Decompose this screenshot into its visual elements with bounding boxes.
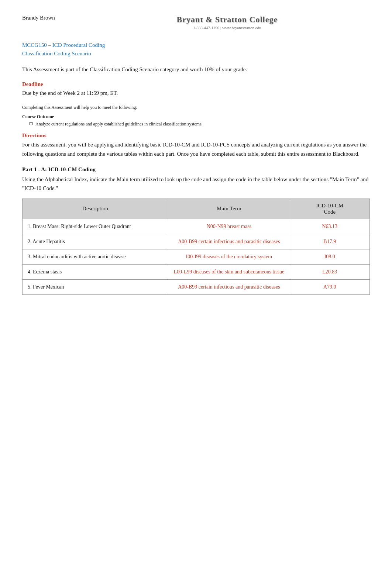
completing-text: Completing this Assessment will help you… <box>22 105 370 110</box>
cell-main-term-3: I00-I99 diseases of the circulatory syst… <box>168 249 290 264</box>
cell-icd-code-1: N63.13 <box>290 219 369 234</box>
assessment-description: This Assessment is part of the Classific… <box>22 65 370 74</box>
college-subtitle: 1-888-447-1190 | www.bryantstratton.edu <box>85 25 370 30</box>
cell-description-4: 4. Eczema stasis <box>23 264 168 279</box>
col-main-term: Main Term <box>168 199 290 219</box>
table-header-row: Description Main Term ICD-10-CMCode <box>23 199 370 219</box>
college-name: Bryant & Stratton College <box>85 15 370 24</box>
cell-icd-code-3: I08.0 <box>290 249 369 264</box>
cell-description-2: 2. Acute Hepatitis <box>23 234 168 249</box>
deadline-heading: Deadline <box>22 81 370 87</box>
table-row: 5. Fever MexicanA00-B99 certain infectio… <box>23 279 370 294</box>
deadline-text: Due by the end of Week 2 at 11:59 pm, ET… <box>22 89 370 97</box>
cell-description-1: 1. Breast Mass: Right-side Lower Outer Q… <box>23 219 168 234</box>
cell-main-term-5: A00-B99 certain infectious and parasitic… <box>168 279 290 294</box>
cell-main-term-4: L00-L99 diseases of the skin and subcuta… <box>168 264 290 279</box>
cell-icd-code-2: B17.9 <box>290 234 369 249</box>
cell-icd-code-4: L20.83 <box>290 264 369 279</box>
deadline-section: Deadline Due by the end of Week 2 at 11:… <box>22 81 370 97</box>
bullet-icon <box>30 122 32 125</box>
icd-coding-table: Description Main Term ICD-10-CMCode 1. B… <box>22 199 370 295</box>
college-logo: Bryant & Stratton College 1-888-447-1190… <box>85 15 370 30</box>
table-row: 1. Breast Mass: Right-side Lower Outer Q… <box>23 219 370 234</box>
cell-description-3: 3. Mitral endocarditis with active aorti… <box>23 249 168 264</box>
page-header: Brandy Brown Bryant & Stratton College 1… <box>22 15 370 30</box>
course-link-line2[interactable]: Classification Coding Scenario <box>22 49 370 58</box>
course-info: MCCG150 – ICD Procedural Coding Classifi… <box>22 41 370 58</box>
course-outcome-section: Course Outcome Analyze current regulatio… <box>22 114 370 127</box>
cell-main-term-1: N00-N99 breast mass <box>168 219 290 234</box>
course-outcome-item: Analyze current regulations and apply es… <box>30 121 370 127</box>
table-row: 2. Acute HepatitisA00-B99 certain infect… <box>23 234 370 249</box>
course-link-line1[interactable]: MCCG150 – ICD Procedural Coding <box>22 41 370 49</box>
directions-section: Directions For this assessment, you will… <box>22 132 370 159</box>
course-outcome-text: Analyze current regulations and apply es… <box>35 121 203 127</box>
directions-heading: Directions <box>22 132 370 139</box>
cell-icd-code-5: A79.0 <box>290 279 369 294</box>
col-icd-code: ICD-10-CMCode <box>290 199 369 219</box>
student-name: Brandy Brown <box>22 15 55 21</box>
cell-description-5: 5. Fever Mexican <box>23 279 168 294</box>
col-description: Description <box>23 199 168 219</box>
part1-heading: Part 1 - A: ICD-10-CM Coding <box>22 166 370 173</box>
part1-description: Using the Alphabetical Index, indicate t… <box>22 175 370 193</box>
course-outcome-label: Course Outcome <box>22 114 370 120</box>
table-row: 4. Eczema stasisL00-L99 diseases of the … <box>23 264 370 279</box>
directions-text: For this assessment, you will be applyin… <box>22 140 370 159</box>
table-row: 3. Mitral endocarditis with active aorti… <box>23 249 370 264</box>
cell-main-term-2: A00-B99 certain infectious and parasitic… <box>168 234 290 249</box>
